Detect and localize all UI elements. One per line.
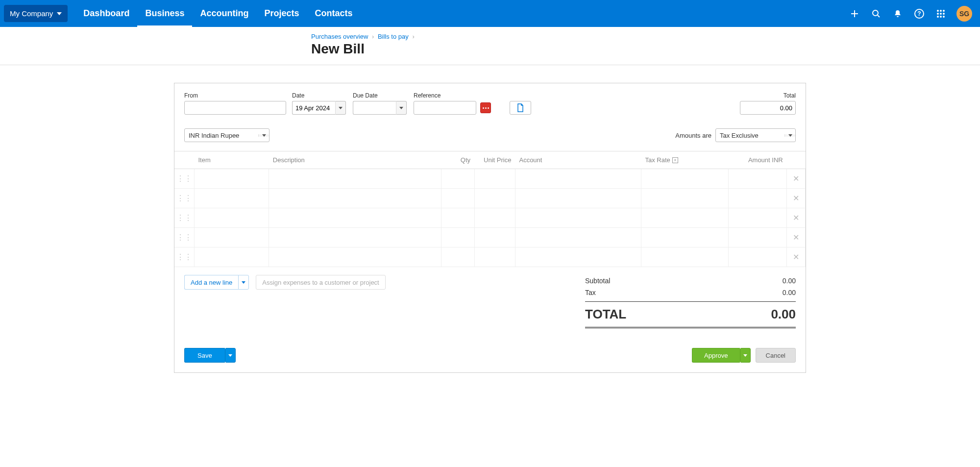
cell-account[interactable] [515,189,641,208]
drag-handle-icon[interactable]: ⋮⋮ [174,169,195,189]
cell-tax-rate[interactable] [641,189,728,208]
currency-select[interactable]: INR Indian Rupee [184,128,270,142]
plus-icon[interactable] [849,8,860,20]
cell-unit-price[interactable] [474,247,515,267]
cell-description[interactable] [269,208,441,228]
date-dropdown[interactable] [335,101,346,115]
due-date-label: Due Date [353,92,408,99]
form-row-2: INR Indian Rupee Amounts are Tax Exclusi… [174,115,806,142]
cell-account[interactable] [515,169,641,189]
add-line-button[interactable]: Add a new line [184,275,238,290]
amounts-dropdown[interactable] [784,134,795,137]
bell-icon[interactable] [892,8,904,20]
line-items-table: Item Description Qty Unit Price Account … [174,151,806,267]
cell-tax-rate[interactable] [641,208,728,228]
delete-row-icon[interactable]: ✕ [787,189,806,208]
cell-qty[interactable] [441,169,475,189]
drag-handle-icon[interactable]: ⋮⋮ [174,189,195,208]
cancel-button[interactable]: Cancel [756,348,796,363]
chevron-down-icon [57,12,62,15]
add-line-dropdown[interactable] [238,275,249,290]
approve-button[interactable]: Approve [692,348,739,363]
from-input[interactable] [184,101,286,115]
currency-dropdown[interactable] [258,134,269,137]
cell-description[interactable] [269,189,441,208]
subtotal-label: Subtotal [585,277,610,285]
attach-file-button[interactable] [510,101,531,115]
save-button[interactable]: Save [184,348,225,363]
grand-total-label: TOTAL [585,307,626,322]
apps-icon[interactable] [935,8,947,20]
breadcrumb-sep: › [372,33,374,40]
breadcrumb-overview[interactable]: Purchases overview [311,33,368,40]
cell-unit-price[interactable] [474,169,515,189]
cell-unit-price[interactable] [474,208,515,228]
cell-item[interactable] [195,189,269,208]
search-icon[interactable] [870,8,882,20]
cell-qty[interactable] [441,208,475,228]
avatar[interactable]: SG [956,6,972,22]
breadcrumb-bills[interactable]: Bills to pay [378,33,409,40]
amounts-are-select[interactable]: Tax Exclusive [715,128,796,142]
table-row: ⋮⋮✕ [174,169,806,189]
cell-item[interactable] [195,247,269,267]
cell-account[interactable] [515,247,641,267]
cell-account[interactable] [515,228,641,247]
col-tax-rate: Tax Rate+ [641,151,728,169]
cell-description[interactable] [269,169,441,189]
cell-tax-rate[interactable] [641,247,728,267]
nav-dashboard[interactable]: Dashboard [75,0,137,27]
planned-date-button[interactable] [480,102,491,113]
cell-amount[interactable] [729,169,787,189]
delete-row-icon[interactable]: ✕ [787,228,806,247]
dots-icon [483,107,489,109]
subtotal-value: 0.00 [783,277,796,285]
cell-amount[interactable] [729,228,787,247]
reference-input[interactable] [414,101,476,115]
date-input[interactable] [292,101,335,115]
nav-projects[interactable]: Projects [256,0,307,27]
cell-description[interactable] [269,228,441,247]
main-content: From Date Due Date Reference [174,83,806,373]
col-item: Item [195,151,269,169]
drag-handle-icon[interactable]: ⋮⋮ [174,208,195,228]
total-input[interactable] [740,101,796,115]
add-line-split: Add a new line [184,275,249,328]
nav-contacts[interactable]: Contacts [307,0,360,27]
table-row: ⋮⋮✕ [174,189,806,208]
cell-unit-price[interactable] [474,189,515,208]
cell-item[interactable] [195,228,269,247]
cell-amount[interactable] [729,247,787,267]
nav-accounting[interactable]: Accounting [192,0,256,27]
cell-unit-price[interactable] [474,228,515,247]
cell-description[interactable] [269,247,441,267]
svg-point-5 [940,10,942,12]
cell-qty[interactable] [441,189,475,208]
svg-point-12 [943,16,945,18]
svg-point-4 [937,10,939,12]
col-description: Description [269,151,441,169]
delete-row-icon[interactable]: ✕ [787,247,806,267]
due-date-dropdown[interactable] [396,101,407,115]
plus-box-icon[interactable]: + [672,157,678,163]
delete-row-icon[interactable]: ✕ [787,208,806,228]
cell-tax-rate[interactable] [641,228,728,247]
cell-item[interactable] [195,208,269,228]
nav-business[interactable]: Business [137,0,192,27]
delete-row-icon[interactable]: ✕ [787,169,806,189]
total-label: Total [740,92,796,99]
due-date-input[interactable] [353,101,396,115]
drag-handle-icon[interactable]: ⋮⋮ [174,247,195,267]
cell-tax-rate[interactable] [641,169,728,189]
cell-item[interactable] [195,169,269,189]
cell-qty[interactable] [441,228,475,247]
approve-dropdown[interactable] [740,348,751,363]
org-selector[interactable]: My Company [4,5,68,22]
drag-handle-icon[interactable]: ⋮⋮ [174,228,195,247]
cell-amount[interactable] [729,189,787,208]
cell-account[interactable] [515,208,641,228]
cell-qty[interactable] [441,247,475,267]
save-dropdown[interactable] [225,348,236,363]
help-icon[interactable]: ? [913,8,925,20]
cell-amount[interactable] [729,208,787,228]
